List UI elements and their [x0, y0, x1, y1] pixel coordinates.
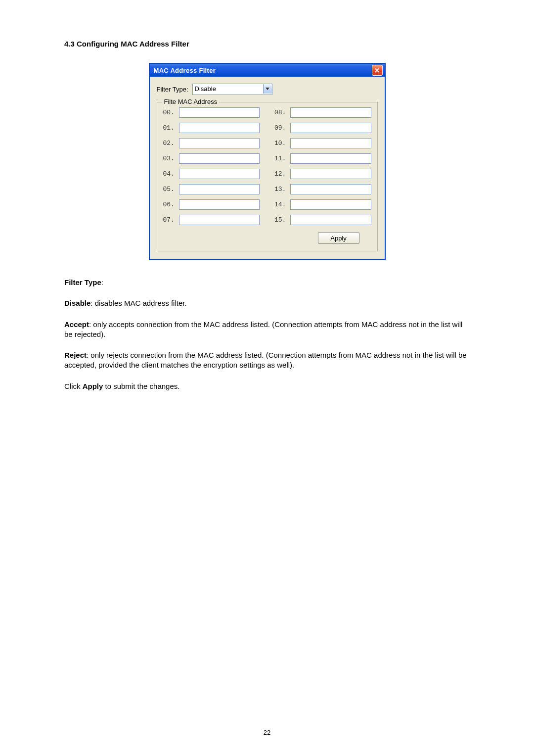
mac-input-11[interactable] [290, 153, 371, 164]
dialog-title: MAC Address Filter [154, 67, 216, 74]
mac-label: 04. [163, 170, 179, 178]
apply-paragraph: Click Apply to submit the changes. [64, 381, 470, 391]
close-icon: ✕ [374, 67, 380, 74]
close-button[interactable]: ✕ [372, 65, 383, 76]
mac-input-09[interactable] [290, 123, 371, 133]
mac-input-14[interactable] [290, 199, 371, 210]
mac-label: 12. [274, 170, 290, 178]
mac-input-07[interactable] [179, 215, 260, 225]
filter-type-label: Filter Type: [157, 86, 188, 93]
mac-input-10[interactable] [290, 138, 371, 148]
mac-input-15[interactable] [290, 215, 371, 225]
filter-type-paragraph: Filter Type: [64, 278, 470, 287]
mac-label: 00. [163, 109, 179, 116]
mac-input-04[interactable] [179, 169, 260, 179]
mac-input-08[interactable] [290, 107, 371, 118]
mac-label: 13. [274, 186, 290, 193]
fieldset-legend: Filte MAC Address [162, 98, 220, 105]
mac-input-12[interactable] [290, 169, 371, 179]
mac-input-02[interactable] [179, 138, 260, 148]
mac-filter-dialog: MAC Address Filter ✕ Filter Type: Disabl… [149, 63, 386, 260]
mac-input-13[interactable] [290, 184, 371, 194]
mac-label: 03. [163, 155, 179, 162]
filter-type-select[interactable]: Disable [192, 84, 272, 95]
titlebar: MAC Address Filter ✕ [150, 64, 385, 77]
mac-input-01[interactable] [179, 123, 260, 133]
mac-label: 15. [274, 216, 290, 224]
mac-label: 08. [274, 109, 290, 116]
mac-label: 05. [163, 186, 179, 193]
section-heading: 4.3 Configuring MAC Address Filter [64, 40, 470, 48]
mac-input-05[interactable] [179, 184, 260, 194]
accept-paragraph: Accept: only accepts connection from the… [64, 320, 470, 340]
chevron-down-icon [263, 84, 272, 94]
mac-input-06[interactable] [179, 199, 260, 210]
filter-type-value: Disable [195, 85, 216, 93]
mac-label: 10. [274, 140, 290, 147]
disable-paragraph: Disable: disables MAC address filter. [64, 298, 470, 308]
mac-label: 02. [163, 140, 179, 147]
mac-label: 01. [163, 124, 179, 132]
mac-input-03[interactable] [179, 153, 260, 164]
mac-label: 11. [274, 155, 290, 162]
page-number: 22 [0, 729, 534, 736]
mac-label: 06. [163, 201, 179, 208]
mac-label: 09. [274, 124, 290, 132]
reject-paragraph: Reject: only rejects connection from the… [64, 350, 470, 371]
mac-input-00[interactable] [179, 107, 260, 118]
mac-label: 07. [163, 216, 179, 224]
apply-button[interactable]: Apply [318, 232, 359, 244]
mac-label: 14. [274, 201, 290, 208]
mac-address-fieldset: Filte MAC Address 00. 08. 01. 09. 02. 10… [157, 102, 378, 251]
